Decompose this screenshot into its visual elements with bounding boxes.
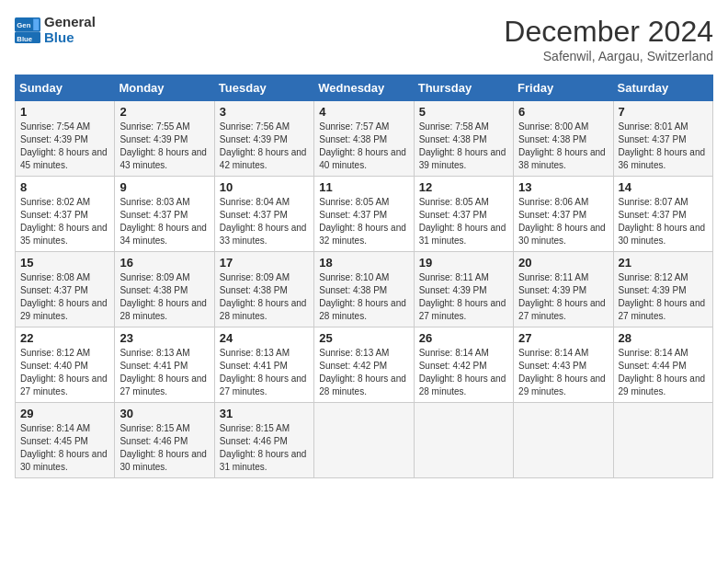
day-info: Sunrise: 8:14 AM Sunset: 4:43 PM Dayligh… [518, 347, 608, 398]
day-info: Sunrise: 8:03 AM Sunset: 4:37 PM Dayligh… [119, 196, 209, 247]
day-info: Sunrise: 8:07 AM Sunset: 4:37 PM Dayligh… [619, 196, 708, 247]
svg-text:Blue: Blue [17, 34, 33, 42]
calendar-day-cell: 7Sunrise: 8:01 AM Sunset: 4:37 PM Daylig… [613, 101, 712, 177]
logo: Gen Blue General Blue [15, 15, 96, 45]
day-number: 12 [419, 180, 508, 194]
day-info: Sunrise: 7:55 AM Sunset: 4:39 PM Dayligh… [119, 121, 209, 172]
day-number: 15 [20, 256, 109, 270]
day-number: 29 [20, 407, 109, 420]
calendar-day-cell: 11Sunrise: 8:05 AM Sunset: 4:37 PM Dayli… [314, 177, 414, 252]
day-number: 25 [319, 331, 408, 345]
calendar-day-cell: 10Sunrise: 8:04 AM Sunset: 4:37 PM Dayli… [214, 177, 313, 252]
day-info: Sunrise: 7:54 AM Sunset: 4:39 PM Dayligh… [20, 121, 109, 172]
calendar-week-row: 8Sunrise: 8:02 AM Sunset: 4:37 PM Daylig… [16, 177, 713, 252]
calendar-day-cell [514, 403, 613, 478]
calendar-day-cell: 31Sunrise: 8:15 AM Sunset: 4:46 PM Dayli… [214, 403, 313, 478]
day-info: Sunrise: 8:11 AM Sunset: 4:39 PM Dayligh… [419, 271, 508, 323]
calendar-day-cell: 24Sunrise: 8:13 AM Sunset: 4:41 PM Dayli… [214, 327, 313, 403]
day-number: 28 [619, 331, 708, 345]
svg-text:Gen: Gen [17, 20, 30, 29]
day-info: Sunrise: 8:01 AM Sunset: 4:37 PM Dayligh… [619, 121, 708, 172]
header: Gen Blue General Blue December 2024 Safe… [15, 15, 713, 63]
calendar-week-row: 22Sunrise: 8:12 AM Sunset: 4:40 PM Dayli… [16, 327, 713, 403]
calendar-week-row: 29Sunrise: 8:14 AM Sunset: 4:45 PM Dayli… [16, 403, 713, 478]
calendar-day-cell: 13Sunrise: 8:06 AM Sunset: 4:37 PM Dayli… [514, 177, 613, 252]
calendar-day-cell: 2Sunrise: 7:55 AM Sunset: 4:39 PM Daylig… [115, 101, 214, 177]
calendar-header-friday: Friday [514, 75, 613, 101]
day-info: Sunrise: 8:13 AM Sunset: 4:42 PM Dayligh… [319, 347, 408, 398]
calendar-header-monday: Monday [115, 75, 214, 101]
day-info: Sunrise: 8:10 AM Sunset: 4:38 PM Dayligh… [319, 271, 408, 323]
logo-icon: Gen Blue [15, 17, 40, 43]
calendar-day-cell: 21Sunrise: 8:12 AM Sunset: 4:39 PM Dayli… [613, 252, 712, 327]
day-number: 31 [220, 407, 309, 420]
day-number: 22 [20, 331, 109, 345]
day-number: 30 [119, 407, 209, 420]
day-info: Sunrise: 8:09 AM Sunset: 4:38 PM Dayligh… [220, 271, 309, 323]
calendar-day-cell [613, 403, 712, 478]
calendar-day-cell: 8Sunrise: 8:02 AM Sunset: 4:37 PM Daylig… [16, 177, 115, 252]
location: Safenwil, Aargau, Switzerland [504, 49, 713, 63]
calendar-day-cell: 9Sunrise: 8:03 AM Sunset: 4:37 PM Daylig… [115, 177, 214, 252]
calendar-day-cell: 25Sunrise: 8:13 AM Sunset: 4:42 PM Dayli… [314, 327, 414, 403]
day-info: Sunrise: 8:15 AM Sunset: 4:46 PM Dayligh… [220, 422, 309, 474]
calendar-header-thursday: Thursday [414, 75, 513, 101]
calendar-header-wednesday: Wednesday [314, 75, 414, 101]
day-number: 26 [419, 331, 508, 345]
calendar-header-row: SundayMondayTuesdayWednesdayThursdayFrid… [16, 75, 713, 101]
day-info: Sunrise: 8:05 AM Sunset: 4:37 PM Dayligh… [419, 196, 508, 247]
day-number: 17 [220, 256, 309, 270]
logo-text: General Blue [44, 15, 96, 45]
day-number: 8 [20, 180, 109, 194]
month-title: December 2024 [504, 15, 713, 49]
svg-marker-4 [33, 18, 39, 29]
calendar-week-row: 1Sunrise: 7:54 AM Sunset: 4:39 PM Daylig… [16, 101, 713, 177]
calendar-day-cell: 16Sunrise: 8:09 AM Sunset: 4:38 PM Dayli… [115, 252, 214, 327]
calendar-header-tuesday: Tuesday [214, 75, 313, 101]
day-number: 20 [518, 256, 608, 270]
calendar-week-row: 15Sunrise: 8:08 AM Sunset: 4:37 PM Dayli… [16, 252, 713, 327]
calendar-day-cell: 19Sunrise: 8:11 AM Sunset: 4:39 PM Dayli… [414, 252, 513, 327]
calendar-day-cell: 1Sunrise: 7:54 AM Sunset: 4:39 PM Daylig… [16, 101, 115, 177]
day-number: 2 [119, 105, 209, 119]
calendar-day-cell: 30Sunrise: 8:15 AM Sunset: 4:46 PM Dayli… [115, 403, 214, 478]
day-number: 23 [119, 331, 209, 345]
calendar-day-cell: 22Sunrise: 8:12 AM Sunset: 4:40 PM Dayli… [16, 327, 115, 403]
calendar-day-cell [414, 403, 513, 478]
day-info: Sunrise: 8:09 AM Sunset: 4:38 PM Dayligh… [119, 271, 209, 323]
calendar-day-cell: 23Sunrise: 8:13 AM Sunset: 4:41 PM Dayli… [115, 327, 214, 403]
calendar-day-cell: 20Sunrise: 8:11 AM Sunset: 4:39 PM Dayli… [514, 252, 613, 327]
day-number: 24 [220, 331, 309, 345]
day-number: 10 [220, 180, 309, 194]
calendar-day-cell: 17Sunrise: 8:09 AM Sunset: 4:38 PM Dayli… [214, 252, 313, 327]
day-number: 19 [419, 256, 508, 270]
day-number: 11 [319, 180, 408, 194]
calendar-day-cell: 3Sunrise: 7:56 AM Sunset: 4:39 PM Daylig… [214, 101, 313, 177]
day-number: 3 [220, 105, 309, 119]
day-number: 6 [518, 105, 608, 119]
day-info: Sunrise: 8:14 AM Sunset: 4:44 PM Dayligh… [619, 347, 708, 398]
calendar-day-cell: 26Sunrise: 8:14 AM Sunset: 4:42 PM Dayli… [414, 327, 513, 403]
day-info: Sunrise: 7:57 AM Sunset: 4:38 PM Dayligh… [319, 121, 408, 172]
calendar-header-sunday: Sunday [16, 75, 115, 101]
day-number: 18 [319, 256, 408, 270]
day-info: Sunrise: 8:14 AM Sunset: 4:42 PM Dayligh… [419, 347, 508, 398]
day-number: 21 [619, 256, 708, 270]
calendar-day-cell: 12Sunrise: 8:05 AM Sunset: 4:37 PM Dayli… [414, 177, 513, 252]
calendar-day-cell: 28Sunrise: 8:14 AM Sunset: 4:44 PM Dayli… [613, 327, 712, 403]
day-number: 4 [319, 105, 408, 119]
day-info: Sunrise: 8:15 AM Sunset: 4:46 PM Dayligh… [119, 422, 209, 474]
day-info: Sunrise: 8:11 AM Sunset: 4:39 PM Dayligh… [518, 271, 608, 323]
day-number: 27 [518, 331, 608, 345]
calendar: SundayMondayTuesdayWednesdayThursdayFrid… [15, 75, 713, 478]
day-number: 14 [619, 180, 708, 194]
calendar-header-saturday: Saturday [613, 75, 712, 101]
day-number: 7 [619, 105, 708, 119]
day-info: Sunrise: 8:12 AM Sunset: 4:39 PM Dayligh… [619, 271, 708, 323]
day-info: Sunrise: 7:58 AM Sunset: 4:38 PM Dayligh… [419, 121, 508, 172]
calendar-day-cell [314, 403, 414, 478]
day-info: Sunrise: 7:56 AM Sunset: 4:39 PM Dayligh… [220, 121, 309, 172]
day-info: Sunrise: 8:13 AM Sunset: 4:41 PM Dayligh… [119, 347, 209, 398]
day-info: Sunrise: 8:12 AM Sunset: 4:40 PM Dayligh… [20, 347, 109, 398]
calendar-day-cell: 27Sunrise: 8:14 AM Sunset: 4:43 PM Dayli… [514, 327, 613, 403]
